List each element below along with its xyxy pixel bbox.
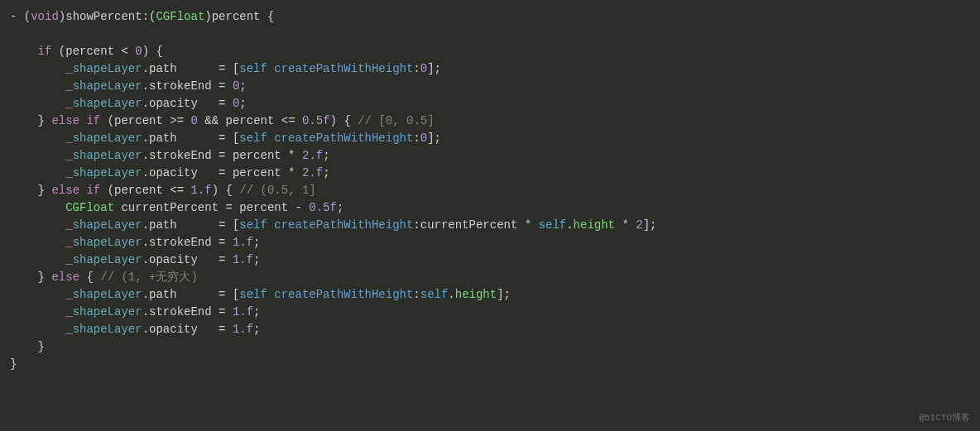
comment-range1: // [0, 0.5] (358, 114, 434, 127)
if-keyword: if (38, 45, 52, 58)
dash: - (10, 10, 17, 23)
void-keyword: void (31, 10, 59, 23)
code-block: - (void)showPercent:(CGFloat)percent { i… (10, 8, 970, 373)
comment-range2: // (0.5, 1] (239, 184, 315, 197)
comment-range3: // (1, +无穷大) (100, 271, 198, 284)
method-name: showPercent (65, 10, 142, 23)
param-percent: percent (212, 10, 261, 23)
cgfloat-type: CGFloat (156, 10, 204, 23)
watermark: @51CTO博客 (919, 411, 970, 425)
